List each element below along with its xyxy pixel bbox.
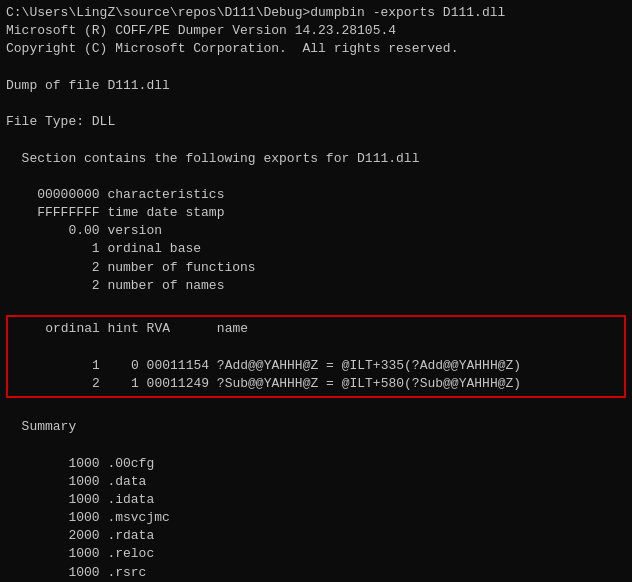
section-rdata: 2000 .rdata (6, 527, 626, 545)
spacer3 (6, 131, 626, 149)
section-data: 1000 .data (6, 473, 626, 491)
spacer8 (6, 436, 626, 454)
section-rsrc: 1000 .rsrc (6, 564, 626, 582)
characteristics-line: 00000000 characteristics (6, 186, 626, 204)
spacer6 (14, 338, 618, 356)
export2-line: 2 1 00011249 ?Sub@@YAHHH@Z = @ILT+580(?S… (14, 375, 618, 393)
num-names-line: 2 number of names (6, 277, 626, 295)
section-idata: 1000 .idata (6, 491, 626, 509)
version-line: 0.00 version (6, 222, 626, 240)
ms-version-line: Microsoft (R) COFF/PE Dumper Version 14.… (6, 22, 626, 40)
section-header-line: Section contains the following exports f… (6, 150, 626, 168)
spacer5 (6, 295, 626, 313)
exports-highlight-box: ordinal hint RVA name 1 0 00011154 ?Add@… (6, 315, 626, 398)
section-reloc: 1000 .reloc (6, 545, 626, 563)
spacer4 (6, 168, 626, 186)
summary-line: Summary (6, 418, 626, 436)
num-functions-line: 2 number of functions (6, 259, 626, 277)
section-msvcjmc: 1000 .msvcjmc (6, 509, 626, 527)
ordinal-base-line: 1 ordinal base (6, 240, 626, 258)
spacer7 (6, 400, 626, 418)
copyright-line: Copyright (C) Microsoft Corporation. All… (6, 40, 626, 58)
file-type-line: File Type: DLL (6, 113, 626, 131)
export1-line: 1 0 00011154 ?Add@@YAHHH@Z = @ILT+335(?A… (14, 357, 618, 375)
timestamp-line: FFFFFFFF time date stamp (6, 204, 626, 222)
cmd-prompt-line: C:\Users\LingZ\source\repos\D111\Debug>d… (6, 4, 626, 22)
dump-file-line: Dump of file D111.dll (6, 77, 626, 95)
spacer1 (6, 59, 626, 77)
section-00cfg: 1000 .00cfg (6, 455, 626, 473)
table-header-line: ordinal hint RVA name (14, 320, 618, 338)
terminal-window: C:\Users\LingZ\source\repos\D111\Debug>d… (0, 0, 632, 582)
spacer2 (6, 95, 626, 113)
